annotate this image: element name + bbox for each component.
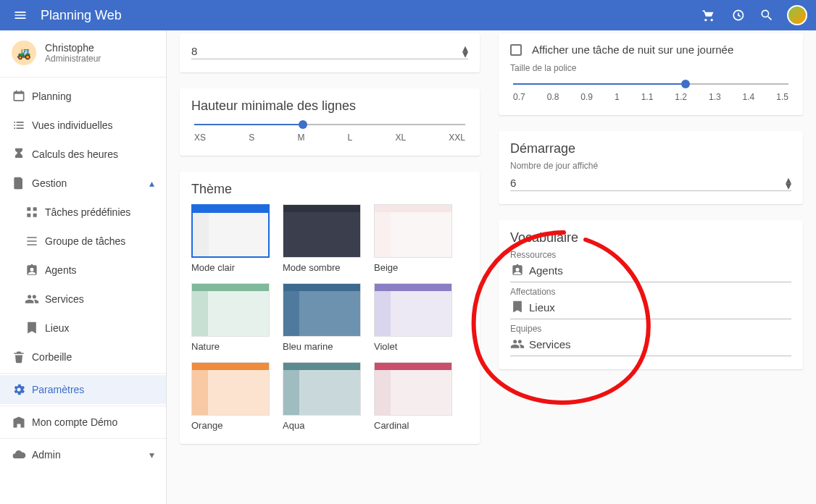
number-spinner[interactable]: ▴▾: [462, 46, 468, 57]
slider-tick: 1.4: [743, 92, 755, 102]
cart-icon[interactable]: [694, 1, 723, 30]
theme-option[interactable]: Beige: [374, 204, 452, 273]
chevron-down-icon[interactable]: ▾: [786, 183, 791, 189]
sidebar-item-lieux[interactable]: Lieux: [0, 314, 166, 343]
sidebar-item-label: Tâches prédéfinies: [45, 206, 130, 218]
grid-icon: [25, 205, 45, 219]
sidebar-item-agents[interactable]: Agents: [0, 256, 166, 285]
sidebar-item-calculs[interactable]: Calculs des heures: [0, 140, 166, 169]
checkbox-label: Afficher une tâche de nuit sur une journ…: [532, 43, 733, 56]
card-theme: Thème Mode clairMode sombreBeigeNatureBl…: [180, 172, 480, 444]
gear-icon: [12, 382, 32, 397]
vocab-input[interactable]: Lieux: [510, 297, 791, 319]
card-subtitle: Nombre de jour affiché: [510, 161, 791, 171]
vocab-value: Agents: [529, 264, 563, 277]
theme-option[interactable]: Violet: [374, 283, 452, 352]
vocab-input[interactable]: Services: [510, 334, 791, 356]
days-field[interactable]: 6 ▴▾: [510, 175, 791, 191]
theme-option[interactable]: Bleu marine: [283, 283, 361, 352]
card-hauteur: Hauteur minimale des lignes XSSMLXLXXL: [180, 88, 480, 156]
vocab-input[interactable]: Agents: [510, 260, 791, 282]
card-title: Démarrage: [510, 141, 791, 156]
vocab-label: Equipes: [510, 324, 791, 334]
theme-option[interactable]: Aqua: [283, 362, 361, 431]
theme-label: Nature: [191, 341, 270, 352]
theme-label: Bleu marine: [283, 341, 361, 352]
slider-tick: 1.2: [675, 92, 687, 102]
sidebar-item-label: Mon compte Démo: [32, 416, 117, 428]
card-affichage: Afficher une tâche de nuit sur une journ…: [499, 33, 803, 115]
vocab-value: Lieux: [529, 301, 555, 314]
card-demarrage: Démarrage Nombre de jour affiché 6 ▴▾: [499, 131, 803, 204]
avatar[interactable]: [787, 5, 807, 25]
bookmark-icon: [510, 300, 529, 314]
sidebar-item-services[interactable]: Services: [0, 285, 166, 314]
user-role: Administrateur: [45, 54, 101, 64]
main-content: 8 ▴▾ Hauteur minimale des lignes XSSMLXL…: [167, 30, 816, 504]
sidebar-item-groupe[interactable]: Groupe de tâches: [0, 227, 166, 256]
slider-tick: 0.7: [513, 92, 525, 102]
slider-thumb[interactable]: [681, 80, 690, 88]
sidebar-item-compte[interactable]: Mon compte Démo: [0, 408, 166, 437]
number-value: 6: [510, 177, 786, 189]
hauteur-slider[interactable]: XSSMLXLXXL: [194, 124, 465, 143]
sidebar-item-label: Calculs des heures: [32, 148, 118, 160]
card-title: Vocabulaire: [510, 230, 791, 245]
sidebar-item-label: Corbeille: [32, 351, 72, 363]
slider-tick: S: [249, 133, 254, 143]
theme-label: Mode sombre: [283, 262, 361, 273]
chevron-down-icon: ▾: [149, 449, 154, 461]
font-size-label: Taille de la police: [510, 63, 791, 73]
slider-thumb[interactable]: [299, 120, 307, 129]
theme-label: Beige: [374, 262, 452, 273]
app-title: Planning Web: [41, 8, 122, 23]
checkbox[interactable]: [510, 44, 522, 56]
badge-icon: [510, 263, 529, 277]
sidebar-item-vues[interactable]: Vues individuelles: [0, 111, 166, 140]
number-field[interactable]: 8 ▴▾: [191, 43, 468, 59]
user-name: Christophe: [45, 42, 101, 54]
theme-option[interactable]: Mode sombre: [283, 204, 361, 273]
group-icon: [510, 337, 529, 351]
sidebar-item-planning[interactable]: Planning: [0, 82, 166, 111]
sidebar-item-corbeille[interactable]: Corbeille: [0, 343, 166, 371]
badge-icon: [25, 263, 45, 277]
theme-option[interactable]: Orange: [191, 362, 270, 431]
vocab-value: Services: [529, 338, 571, 350]
sidebar-item-admin[interactable]: Admin▾: [0, 440, 166, 469]
slider-tick: 1: [615, 92, 620, 102]
sidebar-item-label: Gestion: [32, 177, 67, 189]
theme-label: Orange: [191, 420, 270, 431]
sidebar-item-label: Planning: [32, 91, 72, 102]
slider-tick: 1.5: [776, 92, 788, 102]
theme-label: Violet: [374, 341, 452, 352]
card-numeric-8: 8 ▴▾: [180, 33, 480, 72]
sidebar-item-label: Lieux: [45, 322, 69, 334]
cloud-icon: [12, 448, 32, 462]
slider-tick: L: [348, 133, 353, 143]
slider-tick: XS: [194, 133, 206, 143]
sidebar-item-label: Agents: [45, 264, 77, 276]
number-value: 8: [191, 45, 462, 57]
vocab-row: RessourcesAgents: [510, 250, 791, 282]
sidebar-item-gestion[interactable]: Gestion▴: [0, 169, 166, 198]
theme-option[interactable]: Nature: [191, 283, 270, 352]
history-icon[interactable]: [723, 1, 752, 30]
group-icon: [25, 292, 45, 306]
sidebar-item-parametres[interactable]: Paramètres: [0, 375, 166, 404]
slider-tick: M: [297, 133, 304, 143]
vocab-row: AffectationsLieux: [510, 287, 791, 319]
search-icon[interactable]: [752, 1, 781, 30]
chevron-down-icon[interactable]: ▾: [462, 51, 468, 57]
theme-option[interactable]: Cardinal: [374, 362, 452, 431]
theme-option[interactable]: Mode clair: [191, 204, 270, 273]
sidebar: 🚜 Christophe Administrateur Planning Vue…: [0, 30, 167, 504]
number-spinner[interactable]: ▴▾: [786, 177, 791, 189]
night-task-checkbox-row[interactable]: Afficher une tâche de nuit sur une journ…: [510, 43, 791, 56]
slider-tick: XXL: [449, 133, 465, 143]
sidebar-item-label: Vues individuelles: [32, 119, 113, 131]
slider-tick: 0.9: [580, 92, 593, 102]
font-size-slider[interactable]: 0.70.80.911.11.21.31.41.5: [513, 83, 788, 102]
sidebar-item-taches[interactable]: Tâches prédéfinies: [0, 198, 166, 227]
menu-button[interactable]: [9, 4, 32, 27]
